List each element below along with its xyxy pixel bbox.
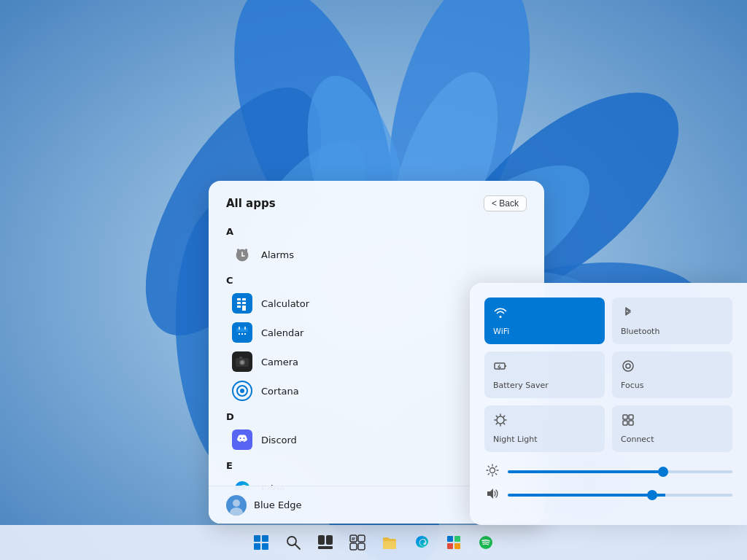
bluetooth-icon	[621, 305, 635, 322]
qs-tile-connect[interactable]: Connect	[612, 405, 732, 452]
svg-rect-97	[454, 543, 460, 549]
taskbar-edge-button[interactable]	[407, 528, 436, 557]
app-name-alarms: Alarms	[261, 249, 294, 260]
svg-rect-81	[254, 543, 260, 550]
battery-saver-label: Battery Saver	[493, 381, 549, 390]
svg-rect-25	[237, 302, 241, 304]
svg-rect-65	[623, 415, 627, 419]
svg-rect-90	[350, 543, 357, 550]
svg-line-63	[503, 416, 504, 416]
taskbar-spotify-button[interactable]	[471, 528, 500, 557]
svg-rect-89	[358, 535, 365, 542]
app-name-cortana: Cortana	[261, 386, 299, 397]
qs-tile-bluetooth[interactable]: Bluetooth	[612, 298, 732, 344]
user-avatar	[226, 495, 247, 516]
svg-rect-66	[629, 415, 633, 419]
svg-rect-68	[629, 421, 633, 425]
night-light-label: Night Light	[493, 435, 538, 444]
svg-rect-31	[236, 328, 248, 332]
volume-slider[interactable]	[508, 494, 732, 497]
svg-point-69	[490, 468, 495, 473]
user-profile[interactable]: Blue Edge	[226, 495, 302, 516]
taskbar-widgets-button[interactable]	[343, 528, 372, 557]
app-name-calendar: Calendar	[261, 327, 303, 338]
svg-rect-91	[358, 543, 365, 550]
app-icon-camera	[232, 351, 252, 372]
svg-point-48	[230, 508, 243, 516]
svg-line-76	[495, 466, 496, 467]
svg-marker-78	[487, 489, 493, 499]
svg-line-75	[495, 473, 496, 474]
svg-rect-35	[241, 333, 243, 335]
app-icon-alarms	[232, 244, 252, 265]
all-apps-title: All apps	[226, 197, 276, 210]
back-button[interactable]: < Back	[484, 195, 527, 211]
svg-rect-67	[623, 421, 627, 425]
svg-line-62	[503, 423, 504, 424]
focus-label: Focus	[621, 381, 643, 390]
taskbar-search-button[interactable]	[279, 528, 308, 557]
qs-tile-wifi[interactable]: WiFi	[484, 298, 605, 344]
night-light-icon	[493, 413, 508, 430]
taskbar-store-button[interactable]	[439, 528, 468, 557]
svg-point-56	[497, 416, 504, 424]
brightness-slider[interactable]	[508, 470, 732, 473]
svg-line-84	[295, 545, 301, 550]
svg-point-98	[479, 536, 492, 549]
svg-line-64	[496, 423, 497, 424]
bluetooth-label: Bluetooth	[621, 327, 659, 336]
svg-rect-79	[254, 535, 260, 542]
svg-rect-82	[262, 543, 268, 550]
taskbar-icons	[247, 528, 500, 557]
svg-point-55	[626, 364, 630, 368]
wifi-label: WiFi	[493, 327, 509, 336]
app-icon-discord	[232, 429, 252, 450]
svg-rect-85	[318, 535, 325, 545]
svg-rect-34	[239, 333, 240, 335]
app-icon-cortana	[232, 381, 252, 401]
connect-label: Connect	[621, 435, 654, 444]
svg-point-42	[240, 389, 244, 393]
desktop: All apps < Back A Alarms C	[0, 0, 747, 560]
svg-point-54	[623, 361, 633, 371]
section-letter-a: A	[226, 220, 527, 240]
app-name-camera: Camera	[261, 357, 298, 368]
qs-tile-focus[interactable]: Focus	[612, 351, 732, 398]
user-name: Blue Edge	[254, 499, 302, 510]
taskbar-start-button[interactable]	[247, 528, 276, 557]
svg-rect-26	[237, 306, 241, 308]
battery-saver-icon	[493, 359, 508, 376]
svg-point-47	[233, 499, 240, 507]
app-icon-calendar	[232, 322, 252, 343]
svg-point-39	[241, 361, 244, 365]
focus-icon	[621, 359, 635, 376]
svg-rect-24	[237, 298, 241, 300]
wifi-icon	[493, 305, 508, 322]
app-name-discord: Discord	[261, 435, 297, 446]
app-icon-calculator	[232, 293, 252, 314]
volume-icon	[484, 487, 500, 503]
svg-rect-36	[244, 333, 246, 335]
svg-rect-80	[262, 535, 268, 542]
svg-line-74	[488, 466, 489, 467]
svg-rect-21	[245, 249, 247, 252]
app-item-alarms[interactable]: Alarms	[226, 240, 527, 269]
qs-grid: WiFi Bluetooth	[484, 298, 732, 452]
svg-rect-94	[447, 536, 453, 542]
qs-tile-night-light[interactable]: Night Light	[484, 405, 605, 452]
svg-line-77	[488, 473, 489, 474]
svg-rect-28	[242, 302, 246, 304]
quick-settings-panel: WiFi Bluetooth	[470, 283, 747, 525]
svg-rect-20	[237, 249, 239, 252]
svg-rect-27	[242, 298, 246, 300]
qs-tile-battery-saver[interactable]: Battery Saver	[484, 351, 605, 398]
taskbar-fileexplorer-button[interactable]	[375, 528, 404, 557]
taskbar-taskview-button[interactable]	[311, 528, 340, 557]
connect-icon	[621, 413, 635, 430]
svg-rect-29	[242, 306, 246, 311]
app-name-calculator: Calculator	[261, 298, 309, 309]
start-menu-header: All apps < Back	[209, 181, 544, 220]
svg-rect-95	[454, 536, 460, 542]
brightness-icon	[484, 464, 500, 480]
svg-line-61	[496, 416, 497, 416]
